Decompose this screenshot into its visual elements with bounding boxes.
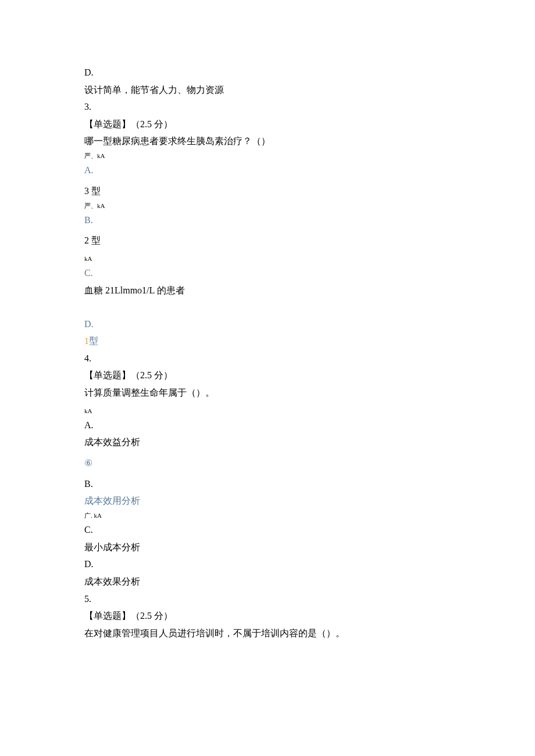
q4-option-c-letter: C. bbox=[84, 521, 451, 539]
q3-option-c-text: 血糖 21Llmmo1/L 的患者 bbox=[84, 282, 451, 299]
q3-option-a-text: 3 型 bbox=[84, 182, 451, 200]
q3-option-b-text: 2 型 bbox=[84, 232, 451, 249]
q3-option-c-letter: C. bbox=[84, 264, 451, 282]
q3-option-a-letter: A. bbox=[84, 162, 451, 179]
q4-points: （2.5 分） bbox=[131, 370, 173, 380]
q4-circled-mark: ⑥ bbox=[84, 454, 451, 472]
q5-points: （2.5 分） bbox=[131, 611, 173, 621]
q4-marker-a: kA bbox=[84, 405, 451, 417]
q3-number: 3. bbox=[84, 98, 451, 116]
q3-marker-b: 严、kA bbox=[84, 200, 451, 212]
q3-marker-a: 严、kA bbox=[84, 150, 451, 162]
q5-type-label: 【单选题】 bbox=[84, 611, 131, 621]
q4-option-a-letter: A. bbox=[84, 417, 451, 434]
q3-option-b-letter: B. bbox=[84, 212, 451, 229]
q2-option-d-letter: D. bbox=[84, 64, 451, 81]
q3-question-text: 哪一型糖尿病患者要求终生胰岛素治疗？（） bbox=[84, 132, 451, 150]
q3-marker-c: kA bbox=[84, 253, 451, 264]
q3-header: 【单选题】（2.5 分） bbox=[84, 116, 451, 133]
q3-answer-text: 型 bbox=[89, 336, 98, 346]
q4-marker-c: 广. kA bbox=[84, 510, 451, 521]
q4-number: 4. bbox=[84, 350, 451, 367]
q3-answer-num: 1 bbox=[84, 336, 89, 346]
q3-type-label: 【单选题】 bbox=[84, 119, 131, 129]
q4-answer-text: 成本效用分析 bbox=[84, 492, 451, 510]
q4-option-b-letter: B. bbox=[84, 475, 451, 493]
q4-question-text: 计算质量调整生命年属于（）。 bbox=[84, 384, 451, 402]
q2-option-d-text: 设计简单，能节省人力、物力资源 bbox=[84, 81, 451, 99]
q4-option-d-text: 成本效果分析 bbox=[84, 573, 451, 590]
q5-number: 5. bbox=[84, 590, 451, 608]
q5-question-text: 在对健康管理项目人员进行培训时，不属于培训内容的是（）。 bbox=[84, 625, 451, 642]
q4-header: 【单选题】（2.5 分） bbox=[84, 367, 451, 384]
q3-points: （2.5 分） bbox=[131, 119, 173, 129]
q4-option-a-text: 成本效益分析 bbox=[84, 433, 451, 451]
q4-option-c-text: 最小成本分析 bbox=[84, 539, 451, 556]
q4-option-d-letter: D. bbox=[84, 556, 451, 573]
q3-answer: 1型 bbox=[84, 332, 451, 350]
q4-type-label: 【单选题】 bbox=[84, 370, 131, 380]
q5-header: 【单选题】（2.5 分） bbox=[84, 607, 451, 625]
q3-option-d-letter: D. bbox=[84, 316, 451, 333]
